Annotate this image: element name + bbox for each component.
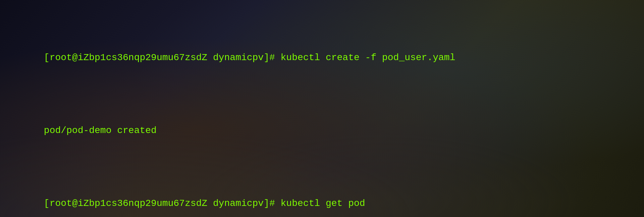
- terminal-container: [root@iZbp1cs36nqp29umu67zsdZ dynamicpv]…: [0, 0, 644, 217]
- output-line-1: pod/pod-demo created: [10, 109, 634, 153]
- terminal-content[interactable]: [root@iZbp1cs36nqp29umu67zsdZ dynamicpv]…: [0, 0, 644, 217]
- prompt-line-2: [root@iZbp1cs36nqp29umu67zsdZ dynamicpv]…: [10, 182, 634, 217]
- prompt-line-1: [root@iZbp1cs36nqp29umu67zsdZ dynamicpv]…: [10, 36, 634, 80]
